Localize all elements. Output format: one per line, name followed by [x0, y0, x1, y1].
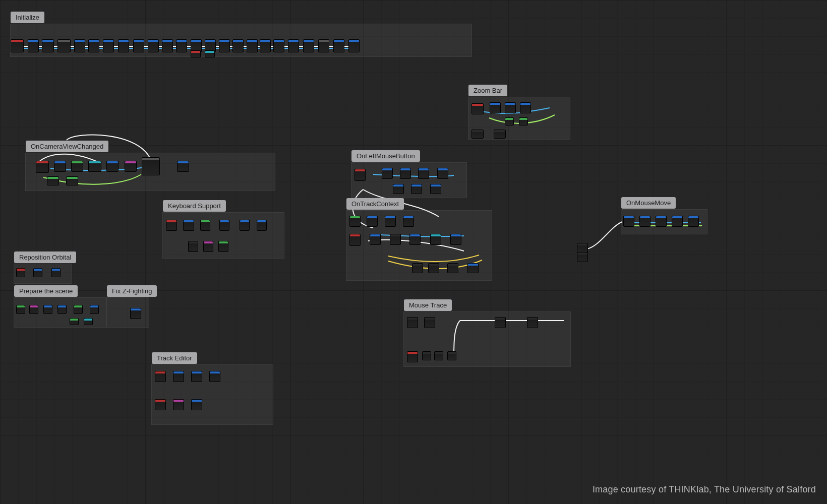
blueprint-node[interactable]: [133, 39, 144, 52]
blueprint-node[interactable]: [430, 184, 441, 194]
blueprint-node[interactable]: [430, 234, 441, 245]
blueprint-node[interactable]: [16, 268, 25, 277]
blueprint-node[interactable]: [422, 351, 431, 360]
blueprint-node[interactable]: [672, 216, 683, 227]
blueprint-node[interactable]: [162, 39, 173, 52]
comment-title[interactable]: OnLeftMouseButton: [351, 150, 420, 162]
comment-onmousemove[interactable]: OnMouseMove: [621, 209, 707, 234]
blueprint-node[interactable]: [333, 39, 344, 52]
blueprint-node[interactable]: [639, 216, 651, 227]
blueprint-node[interactable]: [390, 234, 401, 245]
blueprint-node[interactable]: [318, 39, 329, 52]
blueprint-node[interactable]: [519, 117, 528, 125]
comment-title[interactable]: OnTrackContext: [346, 198, 404, 210]
blueprint-node[interactable]: [288, 39, 299, 52]
blueprint-node[interactable]: [74, 305, 83, 314]
blueprint-node[interactable]: [409, 234, 421, 245]
comment-mousetrace[interactable]: Mouse Trace: [403, 311, 571, 367]
blueprint-node[interactable]: [11, 39, 24, 52]
blueprint-node[interactable]: [471, 130, 484, 139]
blueprint-node[interactable]: [411, 184, 422, 194]
comment-kbsupport[interactable]: Keyboard Support: [162, 212, 284, 259]
blueprint-node[interactable]: [118, 39, 129, 52]
blueprint-node[interactable]: [191, 371, 202, 382]
comment-tracked[interactable]: Track Editor: [151, 364, 273, 425]
blueprint-node[interactable]: [106, 161, 119, 172]
blueprint-node[interactable]: [355, 169, 366, 181]
comment-title[interactable]: Mouse Trace: [404, 299, 452, 311]
blueprint-node[interactable]: [349, 234, 361, 246]
blueprint-node[interactable]: [70, 318, 79, 325]
blueprint-node[interactable]: [393, 184, 404, 194]
blueprint-node[interactable]: [447, 351, 456, 360]
blueprint-node[interactable]: [577, 243, 588, 253]
comment-zoombar[interactable]: Zoom Bar: [468, 97, 570, 140]
blueprint-node[interactable]: [51, 268, 61, 277]
blueprint-node[interactable]: [505, 117, 514, 125]
comment-title[interactable]: Initialize: [11, 12, 44, 23]
blueprint-node[interactable]: [177, 161, 189, 172]
blueprint-node[interactable]: [36, 161, 49, 173]
blueprint-node[interactable]: [16, 305, 25, 314]
blueprint-node[interactable]: [125, 161, 137, 172]
blueprint-node[interactable]: [240, 220, 250, 231]
blueprint-node[interactable]: [434, 351, 443, 360]
blueprint-node[interactable]: [57, 305, 67, 314]
blueprint-node[interactable]: [348, 39, 360, 52]
blueprint-node[interactable]: [407, 317, 418, 328]
blueprint-node[interactable]: [66, 176, 78, 185]
blueprint-node[interactable]: [166, 220, 177, 231]
blueprint-node[interactable]: [450, 234, 461, 245]
blueprint-node[interactable]: [219, 39, 230, 52]
blueprint-node[interactable]: [623, 216, 634, 227]
blueprint-node[interactable]: [219, 220, 229, 231]
blueprint-node[interactable]: [28, 39, 39, 52]
blueprint-node[interactable]: [47, 176, 59, 185]
blueprint-node[interactable]: [418, 168, 429, 179]
blueprint-node[interactable]: [407, 351, 418, 362]
comment-reporbital[interactable]: Reposition Orbital: [14, 264, 72, 284]
comment-onlmb[interactable]: OnLeftMouseButton: [351, 162, 467, 198]
blueprint-node[interactable]: [403, 216, 414, 227]
comment-title[interactable]: Fix Z-Fighting: [107, 285, 157, 297]
blueprint-node[interactable]: [412, 263, 423, 273]
blueprint-node[interactable]: [385, 216, 396, 227]
blueprint-node[interactable]: [247, 39, 258, 52]
comment-title[interactable]: Reposition Orbital: [14, 251, 76, 263]
blueprint-node[interactable]: [155, 399, 166, 410]
blueprint-node[interactable]: [577, 252, 588, 262]
blueprint-node[interactable]: [176, 39, 187, 52]
blueprint-node[interactable]: [183, 220, 194, 231]
comment-title[interactable]: Zoom Bar: [468, 85, 507, 96]
blueprint-node[interactable]: [29, 305, 38, 314]
blueprint-node[interactable]: [43, 305, 52, 314]
blueprint-node[interactable]: [188, 241, 198, 252]
comment-title[interactable]: Prepare the scene: [14, 285, 78, 297]
blueprint-node[interactable]: [84, 318, 93, 325]
blueprint-node[interactable]: [218, 241, 228, 252]
blueprint-node[interactable]: [370, 234, 381, 245]
blueprint-node[interactable]: [424, 317, 435, 328]
blueprint-node[interactable]: [349, 216, 361, 227]
blueprint-node[interactable]: [203, 241, 213, 252]
comment-initialize[interactable]: Initialize: [10, 24, 472, 57]
blueprint-node[interactable]: [494, 130, 506, 139]
blueprint-node[interactable]: [490, 102, 501, 113]
blueprint-node[interactable]: [54, 161, 66, 172]
blueprint-node[interactable]: [467, 263, 479, 273]
blueprint-node[interactable]: [74, 39, 85, 52]
blueprint-node[interactable]: [447, 263, 458, 273]
comment-fixz[interactable]: Fix Z-Fighting: [106, 297, 149, 328]
blueprint-node[interactable]: [173, 371, 184, 382]
blueprint-node[interactable]: [191, 50, 201, 57]
blueprint-node[interactable]: [209, 371, 220, 382]
blueprint-node[interactable]: [527, 317, 538, 328]
blueprint-node[interactable]: [656, 216, 667, 227]
blueprint-node[interactable]: [260, 39, 271, 52]
comment-title[interactable]: OnMouseMove: [621, 197, 676, 209]
blueprint-node[interactable]: [130, 308, 141, 319]
blueprint-node[interactable]: [437, 168, 448, 179]
blueprint-node[interactable]: [303, 39, 314, 52]
comment-oncamview[interactable]: OnCameraViewChanged: [25, 153, 275, 191]
blueprint-node[interactable]: [400, 168, 411, 179]
